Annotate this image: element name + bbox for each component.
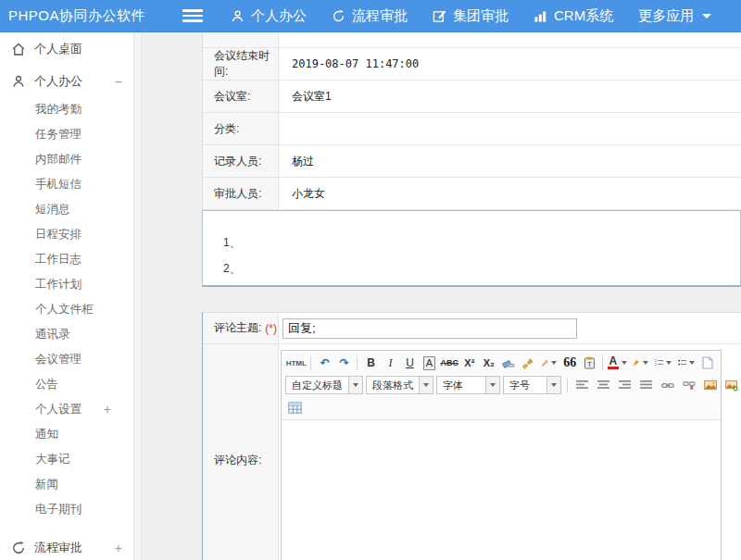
field-label: 记录人员: (203, 145, 279, 177)
home-icon (11, 42, 26, 56)
ordered-list-icon[interactable]: 12 (652, 355, 674, 372)
sidebar-item-work-plan[interactable]: 工作计划 (0, 272, 133, 297)
nav-more-apps[interactable]: 更多应用 (638, 7, 711, 25)
chevron-down-icon (419, 377, 433, 393)
sidebar-item-news[interactable]: 新闻 (0, 472, 133, 497)
sidebar-item-e-journal[interactable]: 电子期刊 (0, 497, 133, 522)
sidebar-item-label: 手机短信 (35, 172, 82, 197)
sidebar-item-workflow-approval[interactable]: 流程审批 + (0, 531, 133, 560)
subject-label-text: 评论主题: (214, 320, 261, 336)
comment-subject-row: 评论主题: (*) (203, 312, 741, 344)
paragraph-format-select[interactable]: 段落格式 (366, 376, 433, 394)
sidebar-item-personal-office[interactable]: 个人办公 − (0, 66, 133, 97)
chevron-down-icon (551, 361, 557, 365)
quick-format-icon[interactable] (538, 355, 559, 372)
align-justify-icon[interactable] (637, 377, 656, 394)
align-right-icon[interactable] (616, 377, 634, 394)
chevron-down-icon (666, 361, 672, 365)
insert-table-icon[interactable] (285, 399, 305, 417)
new-document-icon[interactable] (698, 355, 717, 372)
upload-image-icon[interactable] (722, 377, 741, 394)
highlight-color-icon[interactable] (629, 355, 651, 372)
unordered-list-icon[interactable] (675, 355, 697, 372)
sidebar-item-label: 短消息 (35, 197, 70, 222)
sidebar-item-announcement[interactable]: 公告 (0, 372, 133, 397)
sidebar-item-sms[interactable]: 手机短信 (0, 172, 133, 197)
eraser-icon[interactable] (499, 355, 518, 372)
sidebar-item-desktop[interactable]: 个人桌面 (0, 32, 133, 66)
sidebar-item-label: 新闻 (35, 472, 58, 497)
chevron-down-icon (689, 361, 695, 365)
sidebar-item-label: 会议管理 (35, 347, 82, 372)
sidebar-item-meeting-management[interactable]: 会议管理 (0, 347, 133, 372)
field-value: 2019-08-07 11:47:00 (279, 48, 741, 80)
required-mark: (*) (265, 322, 277, 335)
italic-button[interactable]: I (381, 355, 399, 372)
field-label: 评论内容: (203, 344, 279, 560)
collapse-icon[interactable]: − (115, 74, 122, 89)
align-center-icon[interactable] (595, 377, 613, 394)
paste-text-icon[interactable]: T (580, 355, 598, 372)
menu-toggle-icon[interactable] (182, 7, 203, 24)
field-value: 会议室1 (279, 81, 741, 112)
redo-button[interactable]: ↷ (334, 355, 353, 372)
field-label: 会议室: (203, 81, 279, 112)
sidebar-item-personal-settings[interactable]: 个人设置 + (0, 397, 133, 422)
nav-personal-office[interactable]: 个人办公 (231, 7, 307, 25)
sidebar-item-notice[interactable]: 通知 (0, 422, 133, 447)
font-size-select[interactable]: 字号 (503, 376, 561, 394)
html-source-button[interactable]: HTML (285, 355, 307, 372)
nav-workflow-approval[interactable]: 流程审批 (332, 7, 408, 25)
bold-button[interactable]: B (361, 355, 380, 372)
blockquote-button[interactable]: 66 (560, 355, 579, 372)
sidebar-item-major-events[interactable]: 大事记 (0, 447, 133, 472)
editor-content-area[interactable] (282, 420, 721, 560)
sidebar-item-contacts[interactable]: 通讯录 (0, 322, 133, 347)
font-color-button[interactable]: A (607, 355, 628, 372)
insert-image-icon[interactable] (701, 377, 720, 394)
sidebar-item-label: 电子期刊 (35, 497, 82, 522)
heading-select[interactable]: 自定义标题 (285, 376, 363, 394)
svg-text:T: T (587, 360, 592, 368)
superscript-button[interactable]: X² (460, 355, 479, 372)
sidebar-item-task-management[interactable]: 任务管理 (0, 122, 133, 147)
sidebar-item-work-log[interactable]: 工作日志 (0, 247, 133, 272)
align-left-icon[interactable] (573, 377, 592, 394)
sidebar-item-schedule[interactable]: 日程安排 (0, 222, 133, 247)
sidebar-item-short-message[interactable]: 短消息 (0, 197, 133, 222)
table-row-end-time: 会议结束时间: 2019-08-07 11:47:00 (203, 48, 741, 81)
field-label: 分类: (203, 113, 279, 144)
chevron-down-icon (622, 361, 627, 365)
nav-label: CRM系统 (554, 7, 613, 25)
undo-button[interactable]: ↶ (315, 355, 333, 372)
nav-group-approval[interactable]: 集团审批 (433, 7, 509, 25)
bar-chart-icon (534, 9, 547, 23)
underline-button[interactable]: U (400, 355, 419, 372)
sidebar-item-my-attendance[interactable]: 我的考勤 (0, 97, 133, 122)
insert-link-icon[interactable] (659, 377, 677, 394)
meeting-detail-table: 会议结束时间: 2019-08-07 11:47:00 会议室: 会议室1 分类… (202, 32, 741, 210)
sidebar-scrollbar[interactable] (134, 32, 142, 560)
field-label: 审批人员: (203, 178, 279, 209)
comment-content-row: 评论内容: HTML ↶ ↷ B I (203, 344, 741, 560)
field-label: 评论主题: (*) (203, 313, 279, 343)
strikethrough-button[interactable]: ABC (439, 355, 458, 372)
sidebar-item-label: 日程安排 (35, 222, 82, 247)
expand-icon[interactable]: + (104, 397, 111, 422)
chevron-down-icon (643, 361, 648, 365)
font-family-select[interactable]: 字体 (436, 376, 500, 394)
sidebar-item-label: 大事记 (35, 447, 70, 472)
sidebar-item-internal-mail[interactable]: 内部邮件 (0, 147, 133, 172)
expand-icon[interactable]: + (115, 541, 122, 555)
subscript-button[interactable]: X₂ (480, 355, 498, 372)
meeting-minutes-box: 1、 2、 (202, 210, 741, 287)
format-brush-icon[interactable] (519, 355, 537, 372)
remove-link-icon[interactable] (680, 377, 698, 394)
sidebar-item-label: 流程审批 (34, 540, 82, 556)
top-nav: 个人办公 流程审批 集团审批 CRM系统 更多应用 (231, 7, 711, 25)
font-style-button[interactable]: A (420, 355, 438, 372)
sidebar-item-personal-files[interactable]: 个人文件柜 (0, 297, 133, 322)
nav-crm-system[interactable]: CRM系统 (534, 7, 613, 25)
nav-label: 流程审批 (352, 7, 408, 25)
comment-subject-input[interactable] (283, 318, 577, 339)
